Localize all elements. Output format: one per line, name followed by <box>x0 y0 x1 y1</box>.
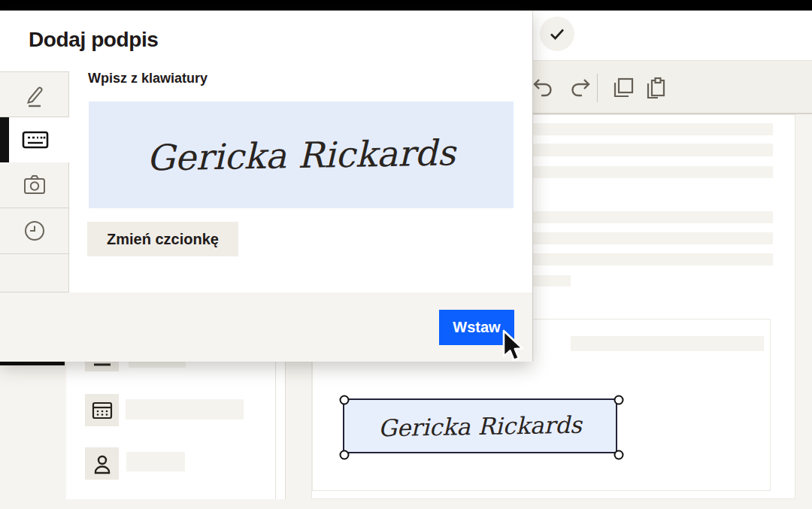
pen-icon <box>22 81 47 108</box>
tab-camera[interactable] <box>0 162 69 208</box>
undo-button[interactable] <box>530 74 557 101</box>
field-item-person[interactable] <box>85 447 119 480</box>
tab-type[interactable] <box>0 117 70 162</box>
modal-footer: Wstaw <box>0 292 532 362</box>
resize-handle-sw[interactable] <box>340 450 350 460</box>
change-font-button[interactable]: Zmień czcionkę <box>87 222 238 256</box>
placeholder-line <box>126 399 244 420</box>
keyboard-icon <box>22 130 49 150</box>
field-item-date[interactable] <box>85 394 119 426</box>
placeholder-line <box>571 336 764 351</box>
resize-handle-nw[interactable] <box>340 395 350 405</box>
clock-icon <box>23 219 47 243</box>
camera-icon <box>22 174 47 196</box>
top-black-bar <box>0 0 812 11</box>
redo-button[interactable] <box>566 74 593 101</box>
person-icon <box>92 453 113 475</box>
copy-button[interactable] <box>610 74 637 101</box>
toolbar-divider <box>597 74 598 102</box>
paste-button[interactable] <box>642 74 669 101</box>
signature-preview-box[interactable]: Gericka Rickards <box>89 101 514 208</box>
resize-handle-ne[interactable] <box>614 395 624 405</box>
tab-draw[interactable] <box>0 72 69 117</box>
add-signature-modal: Dodaj podpis <box>0 11 532 362</box>
redo-icon <box>568 77 591 98</box>
signature-preview-text: Gericka Rickards <box>147 132 456 178</box>
signature-method-tabs <box>0 71 69 292</box>
selected-tab-indicator <box>0 117 9 162</box>
keyboard-date-icon <box>91 400 114 421</box>
resize-handle-se[interactable] <box>614 450 624 460</box>
modal-title: Dodaj podpis <box>29 28 159 52</box>
copy-icon <box>612 77 635 99</box>
signature-field-text: Gericka Rickards <box>378 411 582 441</box>
complete-button[interactable] <box>540 17 574 51</box>
type-panel-label: Wpisz z klawiatury <box>88 71 208 86</box>
checkmark-icon <box>548 25 566 43</box>
placeholder-line <box>126 452 185 471</box>
mouse-cursor <box>501 329 526 364</box>
signature-field[interactable]: Gericka Rickards <box>343 398 617 453</box>
undo-icon <box>532 77 555 98</box>
tab-saved[interactable] <box>0 208 69 254</box>
paste-icon <box>644 77 667 99</box>
